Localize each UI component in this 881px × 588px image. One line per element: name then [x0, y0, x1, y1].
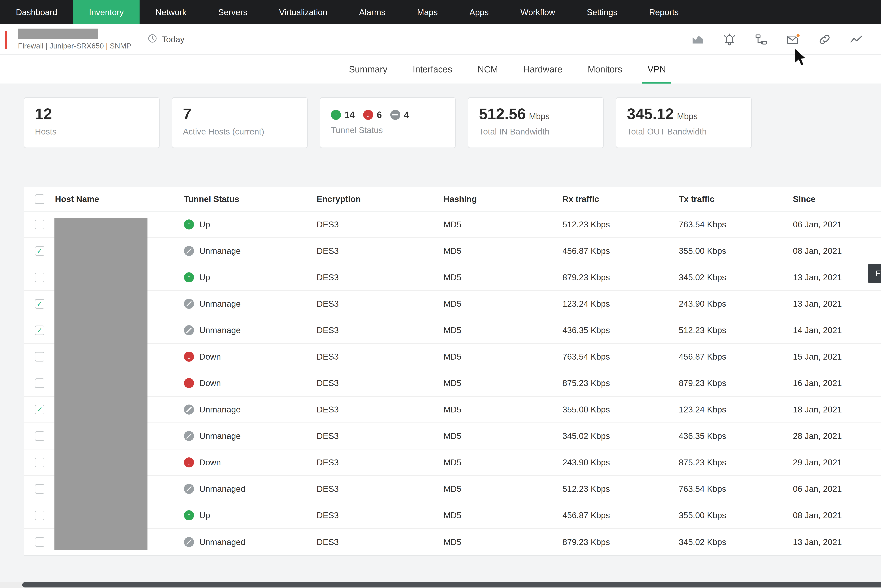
tab-hardware[interactable]: Hardware — [522, 55, 563, 84]
since-cell: 18 Jan, 2021 — [793, 405, 881, 414]
down-arrow-icon: ↓ — [363, 110, 373, 120]
table-row: ↑UpDES3MD5879.23 Kbps345.02 Kbps13 Jan, … — [24, 264, 881, 291]
hashing-cell: MD5 — [443, 378, 562, 388]
since-cell: 28 Jan, 2021 — [793, 431, 881, 441]
nav-item-label: Servers — [218, 8, 247, 17]
rx-traffic-cell: 243.90 Kbps — [562, 458, 679, 467]
device-tab-bar: SummaryInterfacesNCMHardwareMonitorsVPN — [0, 55, 881, 84]
rx-traffic-cell: 879.23 Kbps — [562, 537, 679, 547]
rx-traffic-cell: 512.23 Kbps — [562, 220, 679, 230]
row-checkbox[interactable] — [35, 299, 44, 309]
sparkline-icon[interactable] — [850, 33, 863, 46]
time-period-selector[interactable]: Today — [147, 33, 184, 46]
nav-item-servers[interactable]: Servers — [202, 0, 263, 24]
device-name-redacted — [18, 28, 98, 39]
table-row: ↓DownDES3MD5243.90 Kbps875.23 Kbps29 Jan… — [24, 450, 881, 476]
nav-item-settings[interactable]: Settings — [571, 0, 633, 24]
tunnel-status-down-icon: ↓ — [184, 458, 194, 468]
alarm-bell-icon[interactable] — [722, 33, 736, 46]
since-cell: 16 Jan, 2021 — [793, 378, 881, 388]
select-all-checkbox[interactable] — [35, 194, 44, 204]
row-checkbox[interactable] — [35, 326, 44, 335]
since-cell: 13 Jan, 2021 — [793, 273, 881, 282]
col-encryption: Encryption — [317, 194, 443, 204]
rx-traffic-cell: 512.23 Kbps — [562, 484, 679, 494]
col-hashing: Hashing — [443, 194, 562, 204]
nav-item-inventory[interactable]: Inventory — [73, 0, 139, 24]
col-tunnel-status: Tunnel Status — [184, 194, 317, 204]
scrollbar-thumb[interactable] — [22, 582, 881, 588]
nav-item-label: Inventory — [89, 8, 124, 17]
active-hosts-value: 7 — [183, 105, 297, 123]
nav-item-apps[interactable]: Apps — [454, 0, 505, 24]
nav-item-alarms[interactable]: Alarms — [343, 0, 401, 24]
row-checkbox[interactable] — [35, 431, 44, 441]
tx-traffic-cell: 763.54 Kbps — [679, 220, 793, 230]
tab-monitors[interactable]: Monitors — [587, 55, 623, 84]
encryption-cell: DES3 — [317, 405, 443, 414]
out-bandwidth-value: 345.12Mbps — [627, 105, 740, 123]
rx-traffic-cell: 456.87 Kbps — [562, 510, 679, 520]
col-tx-traffic: Tx traffic — [679, 194, 793, 204]
tunnel-status-unmanage-icon — [184, 537, 194, 547]
nav-item-label: Apps — [469, 8, 488, 17]
host-names-redacted — [54, 218, 147, 550]
up-arrow-icon: ↑ — [331, 110, 341, 120]
since-cell: 13 Jan, 2021 — [793, 299, 881, 309]
encryption-cell: DES3 — [317, 220, 443, 230]
minus-circle-icon — [390, 110, 400, 120]
tab-vpn[interactable]: VPN — [646, 55, 667, 84]
active-hosts-card: 7 Active Hosts (current) — [172, 97, 308, 148]
nav-item-dashboard[interactable]: Dashboard — [0, 0, 73, 24]
tunnel-status-down-icon: ↓ — [184, 352, 194, 362]
tunnel-status-cell: Unmanaged — [184, 537, 317, 547]
row-checkbox[interactable] — [35, 352, 44, 362]
table-header: Host Name Tunnel Status Encryption Hashi… — [24, 187, 881, 212]
nav-item-virtualization[interactable]: Virtualization — [263, 0, 343, 24]
tunnel-unmanaged-value: 4 — [404, 110, 409, 120]
nav-item-label: Reports — [649, 8, 679, 17]
mail-icon[interactable] — [786, 33, 800, 46]
row-checkbox[interactable] — [35, 511, 44, 520]
row-checkbox[interactable] — [35, 405, 44, 414]
tx-traffic-cell: 345.02 Kbps — [679, 273, 793, 282]
row-checkbox[interactable] — [35, 484, 44, 494]
row-checkbox[interactable] — [35, 246, 44, 256]
tx-traffic-cell: 123.24 Kbps — [679, 405, 793, 414]
tab-summary[interactable]: Summary — [348, 55, 388, 84]
row-checkbox[interactable] — [35, 273, 44, 282]
clock-icon — [147, 33, 158, 46]
tunnel-status-label: Unmanaged — [199, 484, 246, 494]
tunnel-status-cell: ↑Up — [184, 272, 317, 282]
tunnel-status-label: Unmanage — [199, 326, 241, 335]
nav-item-network[interactable]: Network — [139, 0, 202, 24]
row-checkbox[interactable] — [35, 378, 44, 388]
row-checkbox[interactable] — [35, 458, 44, 467]
tunnel-status-cell: Unmanaged — [184, 484, 317, 494]
tab-interfaces[interactable]: Interfaces — [412, 55, 453, 84]
device-bar: Firewall | Juniper-SRX650 | SNMP Today — [0, 24, 881, 55]
row-checkbox[interactable] — [35, 220, 44, 230]
tunnel-down-value: 6 — [377, 110, 382, 120]
device-severity-accent — [5, 31, 7, 49]
area-chart-icon[interactable] — [691, 33, 705, 46]
tab-label: VPN — [647, 64, 666, 75]
nav-item-reports[interactable]: Reports — [633, 0, 695, 24]
table-row: UnmanageDES3MD5355.00 Kbps123.24 Kbps18 … — [24, 397, 881, 423]
tunnel-status-up-icon: ↑ — [184, 510, 194, 520]
rx-traffic-cell: 355.00 Kbps — [562, 405, 679, 414]
tab-ncm[interactable]: NCM — [476, 55, 499, 84]
topology-icon[interactable] — [754, 33, 768, 46]
nav-item-maps[interactable]: Maps — [401, 0, 454, 24]
nav-item-label: Dashboard — [16, 8, 57, 17]
nav-item-label: Settings — [587, 8, 617, 17]
encryption-cell: DES3 — [317, 378, 443, 388]
tab-label: Summary — [349, 64, 387, 75]
hashing-cell: MD5 — [443, 405, 562, 414]
rx-traffic-cell: 763.54 Kbps — [562, 352, 679, 362]
link-icon[interactable] — [818, 33, 832, 46]
nav-item-workflow[interactable]: Workflow — [505, 0, 571, 24]
nav-item-label: Maps — [417, 8, 438, 17]
hashing-cell: MD5 — [443, 352, 562, 362]
row-checkbox[interactable] — [35, 537, 44, 547]
